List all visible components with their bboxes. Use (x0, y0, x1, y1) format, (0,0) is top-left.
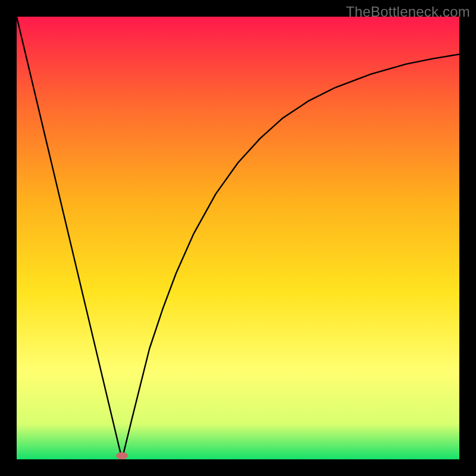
vertex-marker (116, 452, 128, 459)
chart-background (17, 17, 459, 459)
chart-svg (17, 17, 459, 459)
watermark-text: TheBottleneck.com (346, 4, 470, 20)
chart-frame (17, 17, 459, 459)
